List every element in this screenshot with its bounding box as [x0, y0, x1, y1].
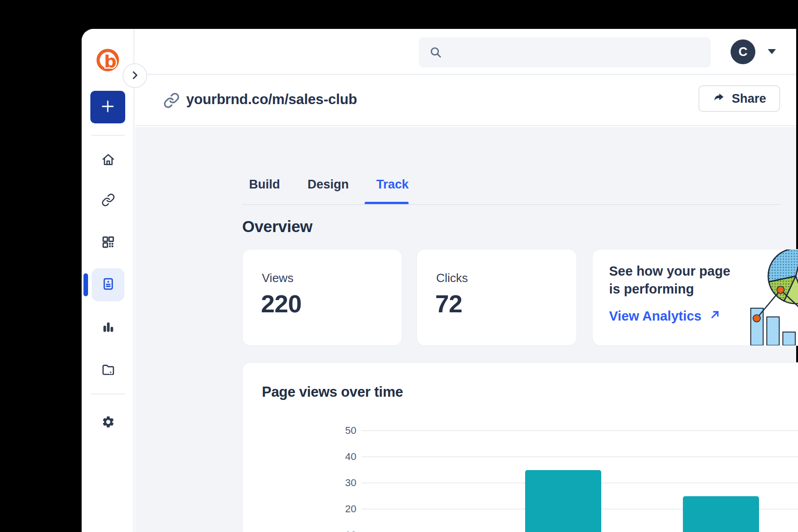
page-views-chart-card: Page views over time 01020304050	[242, 362, 798, 532]
create-new-button[interactable]	[90, 91, 125, 123]
sidebar-item-qr-codes[interactable]	[92, 227, 124, 260]
caret-down-icon[interactable]	[768, 49, 776, 54]
avatar[interactable]: C	[731, 39, 755, 64]
sidebar: b	[82, 29, 134, 532]
sidebar-item-analytics[interactable]	[92, 311, 124, 344]
sidebar-item-settings[interactable]	[92, 406, 124, 439]
svg-text:b: b	[104, 51, 116, 72]
link-icon	[101, 193, 115, 209]
folder-star-icon	[101, 363, 115, 378]
tab-build[interactable]: Build	[249, 177, 280, 192]
views-value: 220	[261, 289, 302, 318]
chart-y-axis: 01020304050	[312, 431, 356, 532]
views-stat-card: Views 220	[242, 249, 402, 346]
link-icon	[163, 92, 180, 111]
home-icon	[101, 153, 115, 168]
clicks-value: 72	[435, 289, 462, 318]
sidebar-divider	[91, 393, 125, 394]
sidebar-item-campaigns[interactable]	[92, 354, 124, 387]
clicks-label: Clicks	[436, 271, 468, 285]
view-analytics-label: View Analytics	[609, 309, 702, 324]
analytics-promo-card: See how your page is performing View Ana…	[592, 249, 798, 346]
pages-icon	[101, 277, 115, 293]
promo-title: See how your page is performing	[609, 262, 730, 298]
tab-design[interactable]: Design	[308, 177, 349, 192]
share-icon	[712, 91, 725, 107]
app-window: b	[82, 29, 796, 532]
y-tick-label: 40	[312, 451, 356, 463]
sidebar-collapse-button[interactable]	[122, 63, 147, 88]
sidebar-divider	[91, 135, 125, 136]
y-tick-label: 30	[312, 477, 356, 489]
tab-divider	[242, 204, 781, 205]
gridline	[361, 430, 798, 431]
chart-plot	[361, 431, 798, 532]
plus-icon	[100, 99, 116, 116]
sidebar-item-pages[interactable]	[92, 268, 124, 301]
chevron-right-icon	[129, 70, 140, 82]
topbar: C	[135, 29, 796, 75]
arrow-up-right-icon	[709, 308, 721, 324]
chart-bar[interactable]	[683, 496, 759, 532]
chart-bar[interactable]	[525, 470, 601, 532]
gear-icon	[101, 415, 115, 431]
tab-bar: Build Design Track	[249, 177, 409, 192]
page-header: yourbrnd.co/m/sales-club Share	[135, 75, 796, 126]
y-tick-label: 50	[312, 425, 356, 437]
bitly-logo[interactable]: b	[95, 48, 121, 74]
analytics-illustration	[746, 249, 798, 346]
selected-item-indicator	[83, 273, 88, 296]
content-area: Build Design Track Overview Views 220 Cl…	[135, 127, 796, 532]
gridline	[361, 456, 798, 457]
page-title: yourbrnd.co/m/sales-club	[186, 91, 357, 108]
view-analytics-link[interactable]: View Analytics	[609, 308, 721, 324]
chart-title: Page views over time	[262, 384, 403, 400]
y-tick-label: 20	[312, 503, 356, 515]
share-button-label: Share	[732, 92, 766, 106]
clicks-stat-card: Clicks 72	[416, 249, 577, 346]
y-tick-label: 10	[312, 529, 356, 532]
screenshot-stage: b	[0, 0, 798, 532]
analytics-icon	[101, 320, 115, 336]
overview-heading: Overview	[242, 217, 312, 236]
qr-code-icon	[101, 235, 115, 251]
sidebar-item-home[interactable]	[92, 144, 124, 177]
views-label: Views	[262, 271, 294, 285]
search-icon	[429, 45, 443, 61]
tab-track[interactable]: Track	[377, 177, 409, 192]
share-button[interactable]: Share	[698, 85, 780, 112]
sidebar-item-links[interactable]	[92, 184, 124, 217]
search-input[interactable]	[419, 37, 711, 67]
